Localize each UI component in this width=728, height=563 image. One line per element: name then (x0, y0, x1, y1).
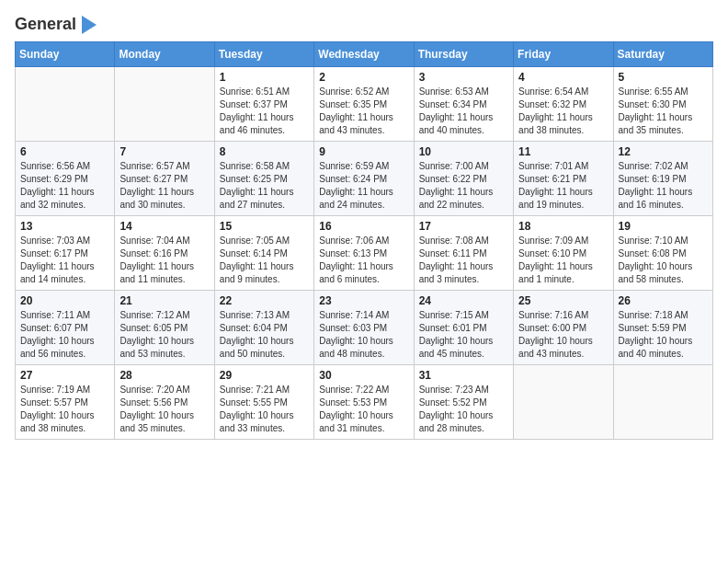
day-number: 2 (319, 71, 408, 84)
calendar-cell: 3Sunrise: 6:53 AM Sunset: 6:34 PM Daylig… (414, 67, 513, 142)
calendar-cell: 31Sunrise: 7:23 AM Sunset: 5:52 PM Dayli… (414, 365, 513, 440)
day-info: Sunrise: 7:11 AM Sunset: 6:07 PM Dayligh… (20, 309, 109, 361)
day-number: 24 (419, 294, 508, 307)
calendar-cell: 25Sunrise: 7:16 AM Sunset: 6:00 PM Dayli… (514, 291, 613, 365)
day-info: Sunrise: 6:55 AM Sunset: 6:30 PM Dayligh… (619, 86, 708, 137)
day-header-thursday: Thursday (414, 42, 513, 67)
day-number: 31 (419, 369, 508, 382)
day-number: 14 (119, 220, 209, 233)
day-info: Sunrise: 7:12 AM Sunset: 6:05 PM Dayligh… (119, 309, 209, 361)
day-info: Sunrise: 7:22 AM Sunset: 5:53 PM Dayligh… (319, 384, 408, 435)
calendar-cell: 30Sunrise: 7:22 AM Sunset: 5:53 PM Dayli… (314, 365, 414, 440)
day-number: 15 (220, 220, 309, 233)
calendar-cell: 5Sunrise: 6:55 AM Sunset: 6:30 PM Daylig… (613, 67, 712, 142)
calendar-cell: 20Sunrise: 7:11 AM Sunset: 6:07 PM Dayli… (16, 291, 115, 365)
calendar-cell: 27Sunrise: 7:19 AM Sunset: 5:57 PM Dayli… (16, 365, 115, 440)
page-header: General (15, 15, 713, 34)
logo-icon (82, 16, 97, 34)
day-header-saturday: Saturday (613, 42, 712, 67)
day-number: 1 (220, 71, 309, 84)
day-info: Sunrise: 7:06 AM Sunset: 6:13 PM Dayligh… (319, 235, 408, 286)
calendar-cell: 24Sunrise: 7:15 AM Sunset: 6:01 PM Dayli… (414, 291, 513, 365)
day-number: 19 (619, 220, 708, 233)
day-info: Sunrise: 7:00 AM Sunset: 6:22 PM Dayligh… (419, 160, 508, 212)
day-number: 28 (119, 369, 209, 382)
calendar-cell (115, 67, 214, 142)
calendar-cell: 8Sunrise: 6:58 AM Sunset: 6:25 PM Daylig… (214, 142, 313, 216)
day-number: 23 (319, 294, 408, 307)
calendar-cell (16, 67, 115, 142)
logo: General (15, 15, 98, 34)
day-number: 5 (619, 71, 708, 84)
calendar-cell (613, 365, 712, 440)
calendar-week-row: 13Sunrise: 7:03 AM Sunset: 6:17 PM Dayli… (16, 216, 713, 291)
calendar-cell: 17Sunrise: 7:08 AM Sunset: 6:11 PM Dayli… (414, 216, 513, 291)
day-number: 9 (319, 145, 408, 158)
logo-general: General (15, 15, 76, 34)
day-header-sunday: Sunday (16, 42, 115, 67)
day-info: Sunrise: 7:15 AM Sunset: 6:01 PM Dayligh… (419, 309, 508, 361)
calendar-cell: 7Sunrise: 6:57 AM Sunset: 6:27 PM Daylig… (115, 142, 214, 216)
calendar-week-row: 1Sunrise: 6:51 AM Sunset: 6:37 PM Daylig… (16, 67, 713, 142)
calendar-cell: 11Sunrise: 7:01 AM Sunset: 6:21 PM Dayli… (514, 142, 613, 216)
day-number: 8 (220, 145, 309, 158)
calendar-cell: 14Sunrise: 7:04 AM Sunset: 6:16 PM Dayli… (115, 216, 214, 291)
calendar-table: SundayMondayTuesdayWednesdayThursdayFrid… (15, 41, 713, 440)
calendar-cell: 19Sunrise: 7:10 AM Sunset: 6:08 PM Dayli… (613, 216, 712, 291)
day-info: Sunrise: 7:19 AM Sunset: 5:57 PM Dayligh… (20, 384, 109, 435)
day-number: 6 (20, 145, 109, 158)
day-info: Sunrise: 7:09 AM Sunset: 6:10 PM Dayligh… (518, 235, 608, 286)
calendar-cell: 13Sunrise: 7:03 AM Sunset: 6:17 PM Dayli… (16, 216, 115, 291)
day-info: Sunrise: 6:57 AM Sunset: 6:27 PM Dayligh… (119, 160, 209, 212)
calendar-cell: 28Sunrise: 7:20 AM Sunset: 5:56 PM Dayli… (115, 365, 214, 440)
calendar-cell: 26Sunrise: 7:18 AM Sunset: 5:59 PM Dayli… (613, 291, 712, 365)
calendar-cell: 15Sunrise: 7:05 AM Sunset: 6:14 PM Dayli… (214, 216, 313, 291)
day-info: Sunrise: 7:05 AM Sunset: 6:14 PM Dayligh… (220, 235, 309, 286)
day-info: Sunrise: 7:18 AM Sunset: 5:59 PM Dayligh… (619, 309, 708, 361)
calendar-cell: 12Sunrise: 7:02 AM Sunset: 6:19 PM Dayli… (613, 142, 712, 216)
day-number: 25 (518, 294, 608, 307)
day-info: Sunrise: 7:13 AM Sunset: 6:04 PM Dayligh… (220, 309, 309, 361)
day-number: 3 (419, 71, 508, 84)
calendar-cell: 9Sunrise: 6:59 AM Sunset: 6:24 PM Daylig… (314, 142, 414, 216)
day-info: Sunrise: 6:51 AM Sunset: 6:37 PM Dayligh… (220, 86, 309, 137)
day-info: Sunrise: 7:04 AM Sunset: 6:16 PM Dayligh… (119, 235, 209, 286)
day-info: Sunrise: 7:10 AM Sunset: 6:08 PM Dayligh… (619, 235, 708, 286)
day-number: 30 (319, 369, 408, 382)
calendar-week-row: 6Sunrise: 6:56 AM Sunset: 6:29 PM Daylig… (16, 142, 713, 216)
calendar-week-row: 20Sunrise: 7:11 AM Sunset: 6:07 PM Dayli… (16, 291, 713, 365)
calendar-cell: 22Sunrise: 7:13 AM Sunset: 6:04 PM Dayli… (214, 291, 313, 365)
day-number: 26 (619, 294, 708, 307)
day-info: Sunrise: 7:23 AM Sunset: 5:52 PM Dayligh… (419, 384, 508, 435)
day-info: Sunrise: 7:01 AM Sunset: 6:21 PM Dayligh… (518, 160, 608, 212)
day-header-wednesday: Wednesday (314, 42, 414, 67)
day-info: Sunrise: 7:02 AM Sunset: 6:19 PM Dayligh… (619, 160, 708, 212)
day-number: 16 (319, 220, 408, 233)
day-info: Sunrise: 6:54 AM Sunset: 6:32 PM Dayligh… (518, 86, 608, 137)
calendar-cell: 2Sunrise: 6:52 AM Sunset: 6:35 PM Daylig… (314, 67, 414, 142)
day-info: Sunrise: 7:16 AM Sunset: 6:00 PM Dayligh… (518, 309, 608, 361)
day-number: 13 (20, 220, 109, 233)
calendar-cell: 1Sunrise: 6:51 AM Sunset: 6:37 PM Daylig… (214, 67, 313, 142)
day-info: Sunrise: 7:08 AM Sunset: 6:11 PM Dayligh… (419, 235, 508, 286)
calendar-week-row: 27Sunrise: 7:19 AM Sunset: 5:57 PM Dayli… (16, 365, 713, 440)
day-info: Sunrise: 6:53 AM Sunset: 6:34 PM Dayligh… (419, 86, 508, 137)
day-info: Sunrise: 6:59 AM Sunset: 6:24 PM Dayligh… (319, 160, 408, 212)
calendar-cell: 10Sunrise: 7:00 AM Sunset: 6:22 PM Dayli… (414, 142, 513, 216)
day-number: 18 (518, 220, 608, 233)
day-number: 7 (119, 145, 209, 158)
day-info: Sunrise: 7:21 AM Sunset: 5:55 PM Dayligh… (220, 384, 309, 435)
calendar-cell: 21Sunrise: 7:12 AM Sunset: 6:05 PM Dayli… (115, 291, 214, 365)
day-number: 27 (20, 369, 109, 382)
day-number: 22 (220, 294, 309, 307)
calendar-cell: 18Sunrise: 7:09 AM Sunset: 6:10 PM Dayli… (514, 216, 613, 291)
day-header-tuesday: Tuesday (214, 42, 313, 67)
day-info: Sunrise: 6:56 AM Sunset: 6:29 PM Dayligh… (20, 160, 109, 212)
day-number: 12 (619, 145, 708, 158)
day-info: Sunrise: 6:58 AM Sunset: 6:25 PM Dayligh… (220, 160, 309, 212)
calendar-cell: 6Sunrise: 6:56 AM Sunset: 6:29 PM Daylig… (16, 142, 115, 216)
day-number: 4 (518, 71, 608, 84)
calendar-cell: 16Sunrise: 7:06 AM Sunset: 6:13 PM Dayli… (314, 216, 414, 291)
calendar-cell (514, 365, 613, 440)
calendar-header-row: SundayMondayTuesdayWednesdayThursdayFrid… (16, 42, 713, 67)
